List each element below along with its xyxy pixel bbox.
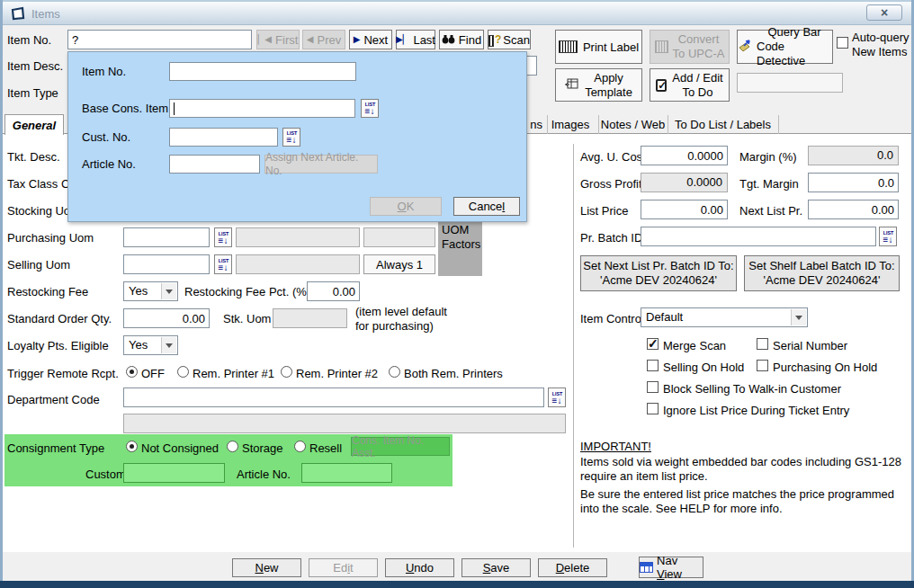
edit-button[interactable]: Edit bbox=[309, 558, 378, 577]
assign-next-article-button[interactable]: Assign Next Article. No. bbox=[264, 155, 378, 174]
margin-label: Margin (%) bbox=[739, 150, 797, 164]
resell-radio[interactable] bbox=[294, 441, 306, 452]
dialog-base-cons-list-button[interactable]: LIST≡↓ bbox=[361, 99, 379, 118]
list-price-input[interactable] bbox=[641, 200, 728, 219]
tkt-desc-label: Tkt. Desc. bbox=[7, 150, 60, 164]
standard-order-qty-input[interactable] bbox=[123, 308, 210, 328]
loyalty-label: Loyalty Pts. Eligible bbox=[7, 339, 109, 352]
tab-notes-web[interactable]: Notes / Web bbox=[598, 115, 668, 134]
auto-query-checkbox[interactable] bbox=[837, 37, 848, 49]
delete-button[interactable]: Delete bbox=[538, 558, 607, 577]
block-selling-checkbox[interactable] bbox=[647, 381, 659, 393]
restocking-pct-input[interactable] bbox=[307, 281, 360, 301]
item-control-label: Item Control bbox=[580, 312, 644, 325]
undo-button[interactable]: Undo bbox=[385, 558, 454, 577]
customer-no-input[interactable] bbox=[123, 463, 225, 483]
dialog-article-no-label: Article No. bbox=[82, 157, 136, 171]
purchasing-uom-label: Purchasing Uom bbox=[7, 231, 94, 245]
department-code-input[interactable] bbox=[123, 388, 544, 407]
pr-batch-id-list-button[interactable]: LIST≡↓ bbox=[879, 227, 897, 246]
tgt-margin-input[interactable] bbox=[808, 173, 899, 192]
item-no-input[interactable] bbox=[67, 30, 252, 49]
tab-todo-list-labels[interactable]: To Do List / Labels bbox=[668, 115, 779, 134]
selling-uom-input[interactable] bbox=[123, 254, 210, 274]
restocking-fee-label: Restocking Fee bbox=[7, 285, 88, 298]
merge-scan-checkbox[interactable] bbox=[647, 338, 659, 350]
item-type-label: Item Type bbox=[7, 86, 58, 100]
set-next-list-batch-button[interactable]: Set Next List Pr. Batch ID To:'Acme DEV … bbox=[580, 255, 737, 291]
apply-template-button[interactable]: ApplyTemplate bbox=[555, 68, 642, 102]
save-button[interactable]: Save bbox=[461, 558, 531, 577]
storage-label: Storage bbox=[242, 441, 283, 455]
close-button[interactable]: × bbox=[866, 4, 902, 21]
dialog-base-cons-input[interactable] bbox=[169, 99, 355, 118]
query-bar-code-detective-button[interactable]: Query BarCode Detective bbox=[737, 30, 833, 64]
serial-number-label: Serial Number bbox=[773, 339, 847, 352]
cons-item-no-asst-button[interactable]: Cons. Item No. Asst. bbox=[351, 437, 450, 456]
print-label-button[interactable]: Print Label bbox=[555, 30, 642, 64]
todo-note-field[interactable] bbox=[737, 73, 843, 93]
find-button[interactable]: Find bbox=[439, 30, 484, 49]
scan-barcode-icon bbox=[488, 35, 494, 47]
nav-view-grid-icon bbox=[640, 562, 653, 573]
serial-number-checkbox[interactable] bbox=[757, 338, 768, 350]
auto-query-label: Auto-query New Items bbox=[852, 31, 910, 59]
tab-images[interactable]: Images bbox=[542, 115, 599, 134]
dialog-article-no-input[interactable] bbox=[169, 155, 260, 174]
dialog-ok-button[interactable]: OK bbox=[370, 197, 442, 216]
trigger-off-radio[interactable] bbox=[126, 366, 138, 378]
new-button[interactable]: New bbox=[232, 558, 301, 577]
convert-to-upca-button[interactable]: ConvertTo UPC-A bbox=[650, 30, 730, 64]
selling-uom-list-button[interactable]: LIST≡↓ bbox=[214, 254, 232, 274]
consignment-article-no-input[interactable] bbox=[301, 463, 392, 483]
trigger-both-radio[interactable] bbox=[389, 366, 400, 378]
prev-icon: ◀ bbox=[307, 35, 314, 44]
dialog-cust-no-list-button[interactable]: LIST≡↓ bbox=[282, 128, 300, 147]
dialog-base-cons-label: Base Cons. Item bbox=[82, 102, 168, 115]
convert-upca-icon bbox=[655, 40, 668, 53]
scan-question-icon: ? bbox=[495, 33, 501, 47]
close-icon: × bbox=[881, 7, 888, 18]
restocking-fee-select[interactable]: Yes bbox=[123, 281, 178, 301]
dialog-cust-no-input[interactable] bbox=[169, 128, 278, 147]
next-icon: ▶ bbox=[354, 35, 361, 44]
department-code-label: Department Code bbox=[7, 393, 100, 406]
trigger-off-label: OFF bbox=[141, 367, 165, 380]
storage-radio[interactable] bbox=[227, 441, 238, 452]
department-code-list-button[interactable]: LIST≡↓ bbox=[548, 388, 566, 407]
dialog-item-no-input[interactable] bbox=[169, 62, 356, 81]
chevron-down-icon bbox=[161, 283, 176, 299]
not-consigned-radio[interactable] bbox=[126, 441, 138, 452]
purchasing-on-hold-checkbox[interactable] bbox=[757, 360, 768, 371]
nav-first-button[interactable]: ▏◀ First bbox=[256, 30, 300, 49]
nav-last-button[interactable]: ▶▏ Last bbox=[396, 30, 435, 49]
nav-prev-button[interactable]: ◀ Prev bbox=[302, 30, 345, 49]
selling-on-hold-checkbox[interactable] bbox=[647, 360, 659, 371]
avg-u-cost-input[interactable] bbox=[641, 146, 728, 165]
nav-next-button[interactable]: ▶ Next bbox=[349, 30, 392, 49]
trigger-printer2-radio[interactable] bbox=[281, 366, 292, 378]
todo-clipboard-icon bbox=[656, 79, 667, 92]
scan-button[interactable]: ? Scan bbox=[488, 30, 531, 49]
trigger-printer1-radio[interactable] bbox=[177, 366, 189, 378]
dialog-cust-no-label: Cust. No. bbox=[82, 130, 130, 144]
restocking-pct-label: Restocking Fee Pct. (%) bbox=[184, 285, 310, 298]
nav-view-button[interactable]: Nav View bbox=[639, 557, 703, 578]
selling-on-hold-label: Selling On Hold bbox=[663, 361, 744, 374]
add-edit-todo-button[interactable]: Add / EditTo Do bbox=[650, 68, 730, 102]
item-control-select[interactable]: Default bbox=[641, 307, 808, 327]
purchasing-uom-desc-field bbox=[236, 227, 360, 247]
item-no-label: Item No. bbox=[7, 33, 51, 47]
trigger-remote-label: Trigger Remote Rcpt. bbox=[7, 367, 119, 380]
purchasing-uom-list-button[interactable]: LIST≡↓ bbox=[214, 227, 232, 247]
title-bar: Items × bbox=[3, 2, 911, 25]
loyalty-select[interactable]: Yes bbox=[123, 335, 178, 355]
purchasing-uom-input[interactable] bbox=[123, 227, 210, 247]
consignment-type-label: Consignment Type bbox=[7, 441, 104, 455]
set-shelf-label-batch-button[interactable]: Set Shelf Label Batch ID To:'Acme DEV 20… bbox=[744, 255, 900, 291]
pr-batch-id-input[interactable] bbox=[641, 227, 876, 246]
ignore-list-price-checkbox[interactable] bbox=[647, 403, 659, 414]
next-list-pr-input[interactable] bbox=[808, 200, 899, 219]
dialog-cancel-button[interactable]: Cancel bbox=[453, 197, 520, 216]
tab-general[interactable]: General bbox=[4, 114, 64, 135]
